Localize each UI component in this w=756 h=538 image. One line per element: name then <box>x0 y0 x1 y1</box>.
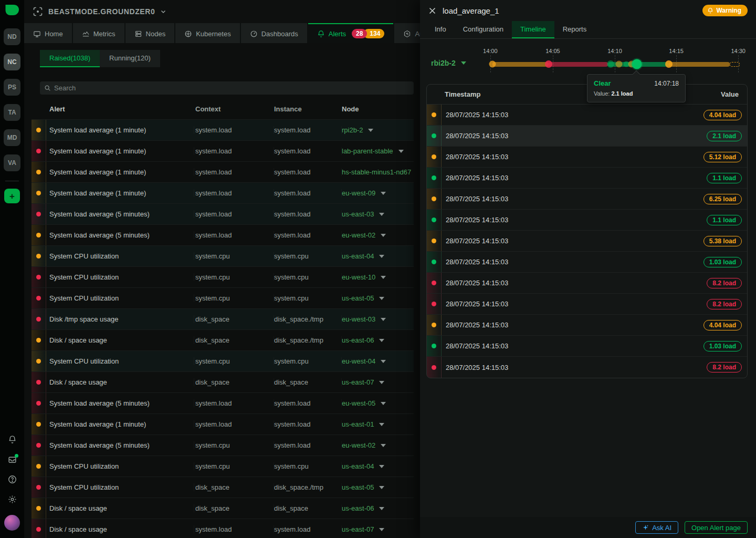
node-link[interactable]: us-east-06 <box>342 336 374 344</box>
node-link[interactable]: us-east-04 <box>342 462 374 470</box>
node-link[interactable]: us-east-05 <box>342 294 374 302</box>
event-row[interactable]: 28/07/2025 14:15:031.1 load <box>427 168 747 189</box>
timeline-event-dot-warning[interactable] <box>665 60 673 68</box>
node-link[interactable]: us-east-05 <box>342 483 374 491</box>
chevron-down-icon[interactable] <box>379 528 384 531</box>
chevron-down-icon[interactable] <box>379 255 384 258</box>
node-link[interactable]: us-east-01 <box>342 420 374 428</box>
event-row[interactable]: 28/07/2025 14:15:035.12 load <box>427 147 747 168</box>
subtab-raised[interactable]: Raised(1038) <box>40 50 100 67</box>
chevron-down-icon[interactable] <box>379 381 384 384</box>
workspace-name[interactable]: BEASTMODE.GROUNDZER0 <box>48 7 155 16</box>
chevron-down-icon[interactable] <box>379 486 384 489</box>
chevron-down-icon[interactable] <box>381 276 386 279</box>
drawer-tab-timeline[interactable]: Timeline <box>512 21 554 38</box>
table-row[interactable]: Disk / space usagedisk_spacedisk_spaceus… <box>32 372 414 393</box>
table-row[interactable]: System CPU utilizationsystem.cpusystem.c… <box>32 456 414 477</box>
chevron-down-icon[interactable] <box>381 192 386 195</box>
event-row[interactable]: 28/07/2025 14:15:038.2 load <box>427 294 747 315</box>
node-link[interactable]: hs-stable-minus1-nd67 <box>342 168 411 176</box>
settings-gear-icon[interactable] <box>8 495 17 506</box>
col-context[interactable]: Context <box>194 105 274 113</box>
search-input[interactable] <box>54 84 390 92</box>
table-row[interactable]: System load average (1 minute)system.loa… <box>32 162 414 183</box>
table-row[interactable]: System load average (5 minutes)system.lo… <box>32 393 414 414</box>
event-row[interactable]: 28/07/2025 14:15:038.2 load <box>427 357 747 378</box>
chevron-down-icon[interactable] <box>379 213 384 216</box>
timeline-segment-critical[interactable] <box>549 62 608 67</box>
tab-home[interactable]: Home <box>24 23 72 43</box>
event-row[interactable]: 28/07/2025 14:15:035.38 load <box>427 231 747 252</box>
chevron-down-icon[interactable] <box>379 423 384 426</box>
table-row[interactable]: System load average (1 minute)system.loa… <box>32 141 414 162</box>
timeline-event-dot-critical[interactable] <box>545 60 552 68</box>
help-icon[interactable] <box>8 475 17 486</box>
node-link[interactable]: eu-west-02 <box>342 441 375 449</box>
chevron-down-icon[interactable] <box>381 234 386 237</box>
event-row[interactable]: 28/07/2025 14:15:034.04 load <box>427 105 747 126</box>
table-row[interactable]: Disk /tmp space usagedisk_spacedisk_spac… <box>32 309 414 330</box>
col-node[interactable]: Node <box>342 105 414 113</box>
workspace-button-nd[interactable]: ND <box>4 28 20 45</box>
chevron-down-icon[interactable] <box>379 465 384 468</box>
node-link[interactable]: us-east-04 <box>342 252 374 260</box>
table-row[interactable]: System load average (1 minute)system.loa… <box>32 414 414 435</box>
node-link[interactable]: eu-west-09 <box>342 189 375 197</box>
tab-nodes[interactable]: Nodes <box>125 23 175 43</box>
user-avatar[interactable] <box>4 515 20 531</box>
node-link[interactable]: us-east-07 <box>342 378 374 386</box>
tab-alerts[interactable]: Alerts28134 <box>308 23 394 43</box>
chevron-down-icon[interactable] <box>398 150 404 153</box>
event-row[interactable]: 28/07/2025 14:15:031.03 load <box>427 252 747 273</box>
inbox-updates-icon[interactable] <box>8 455 17 466</box>
table-row[interactable]: Disk / space usagesystem.loadsystem.load… <box>32 519 414 538</box>
timeline-node-select[interactable]: rbi2b-2 <box>431 59 466 67</box>
timeline-band[interactable] <box>488 62 741 67</box>
chevron-down-icon[interactable] <box>368 129 373 132</box>
col-alert[interactable]: Alert <box>46 105 194 113</box>
timeline-event-dot-clear[interactable] <box>607 60 614 68</box>
workspace-button-ta[interactable]: TA <box>4 104 20 121</box>
chevron-down-icon[interactable] <box>379 339 384 342</box>
chevron-down-icon[interactable] <box>381 360 386 363</box>
chevron-down-icon[interactable] <box>381 444 386 447</box>
event-row[interactable]: 28/07/2025 14:15:031.1 load <box>427 210 747 231</box>
timeline-segment-warning[interactable] <box>730 62 740 67</box>
event-row[interactable]: 28/07/2025 14:15:032.1 load <box>427 126 747 147</box>
node-link[interactable]: eu-west-04 <box>342 357 375 365</box>
table-row[interactable]: System load average (1 minute)system.loa… <box>32 183 414 204</box>
table-row[interactable]: System load average (1 minute)system.loa… <box>32 120 414 141</box>
workspace-button-nc[interactable]: NC <box>4 54 20 70</box>
event-row[interactable]: 28/07/2025 14:15:038.2 load <box>427 273 747 294</box>
drawer-tab-info[interactable]: Info <box>426 21 455 38</box>
col-value[interactable]: Value <box>721 90 747 98</box>
status-badge[interactable]: Warning <box>702 5 748 16</box>
table-row[interactable]: System load average (5 minutes)system.lo… <box>32 204 414 225</box>
node-link[interactable]: eu-west-02 <box>342 231 375 239</box>
table-row[interactable]: System CPU utilizationdisk_spacedisk_spa… <box>32 477 414 498</box>
tab-metrics[interactable]: Metrics <box>73 23 124 43</box>
workspace-button-va[interactable]: VA <box>4 154 20 171</box>
workspace-chevron-down-icon[interactable] <box>160 8 166 15</box>
ask-ai-button[interactable]: Ask AI <box>635 521 678 534</box>
table-row[interactable]: System CPU utilizationsystem.cpusystem.c… <box>32 288 414 309</box>
subtab-running[interactable]: Running(120) <box>100 50 160 67</box>
chevron-down-icon[interactable] <box>381 318 386 321</box>
table-row[interactable]: System CPU utilizationsystem.cpusystem.c… <box>32 351 414 372</box>
table-row[interactable]: System CPU utilizationsystem.cpusystem.c… <box>32 246 414 267</box>
timeline-event-dot-warning[interactable] <box>616 61 623 68</box>
node-link[interactable]: lab-parent-stable <box>342 147 393 155</box>
drawer-tab-reports[interactable]: Reports <box>554 21 595 38</box>
node-link[interactable]: rpi2b-2 <box>342 126 363 134</box>
close-icon[interactable] <box>428 7 436 15</box>
node-link[interactable]: eu-west-03 <box>342 315 375 323</box>
netdata-logo-icon[interactable] <box>5 4 19 19</box>
table-row[interactable]: System CPU utilizationsystem.cpusystem.c… <box>32 267 414 288</box>
chevron-down-icon[interactable] <box>379 297 384 300</box>
event-row[interactable]: 28/07/2025 14:15:031.03 load <box>427 336 747 357</box>
table-row[interactable]: Disk / space usagedisk_spacedisk_spaceus… <box>32 498 414 519</box>
tab-kubernetes[interactable]: Kubernetes <box>175 23 240 43</box>
timeline-segment-warning[interactable] <box>492 62 549 67</box>
node-link[interactable]: eu-west-05 <box>342 399 375 407</box>
table-row[interactable]: System load average (5 minutes)system.cp… <box>32 435 414 456</box>
